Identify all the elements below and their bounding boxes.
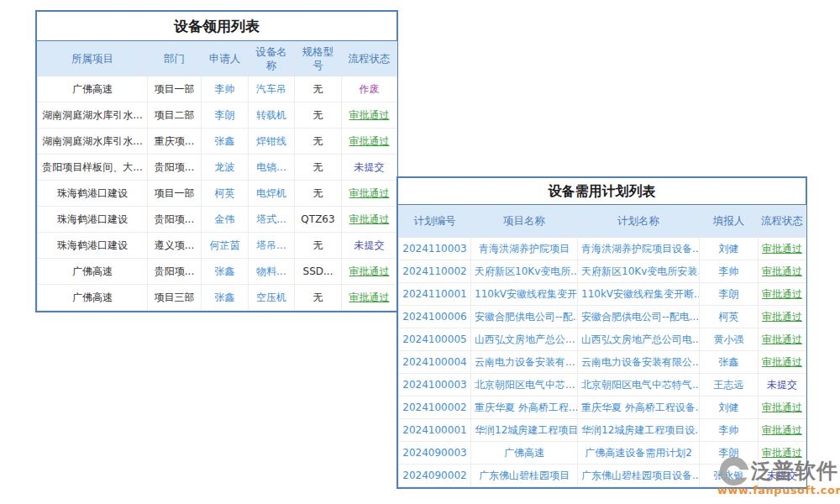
link-cell[interactable]: 重庆华夏 外高桥工程... <box>471 396 578 419</box>
status-cell[interactable]: 未提交 <box>342 155 397 181</box>
link-cell[interactable]: 110kV安徽线程集变开... <box>471 283 578 306</box>
link-cell[interactable]: 何芷茵 <box>202 233 249 259</box>
link-cell[interactable]: 塔式... <box>249 207 295 233</box>
equipment-demand-plan-table-title: 设备需用计划列表 <box>398 178 806 205</box>
status-cell[interactable]: 审批通过 <box>759 306 806 328</box>
status-cell[interactable]: 未提交 <box>759 374 806 396</box>
link-cell[interactable]: 2024100001 <box>399 419 471 442</box>
link-cell[interactable]: 110kV安徽线程集变开断... <box>578 283 700 306</box>
status-cell[interactable]: 审批通过 <box>342 207 397 233</box>
link-cell[interactable]: 张鑫 <box>202 259 249 285</box>
status-cell[interactable]: 审批通过 <box>759 419 806 442</box>
status-cell[interactable]: 审批通过 <box>342 129 397 155</box>
link-cell[interactable]: 天府新区10Kv变电所... <box>471 260 578 283</box>
link-cell[interactable]: 青海洪湖养护院项目 <box>471 238 578 260</box>
link-cell[interactable]: 龙波 <box>202 155 249 181</box>
status-cell[interactable]: 审批通过 <box>342 259 397 285</box>
text-cell: 无 <box>295 181 342 207</box>
link-cell[interactable]: 电焊机 <box>249 181 295 207</box>
link-cell[interactable]: 王志远 <box>700 374 759 396</box>
link-cell[interactable]: 李朗 <box>700 283 759 306</box>
link-cell[interactable]: 2024100006 <box>399 306 471 328</box>
link-cell[interactable]: 2024100005 <box>399 328 471 351</box>
status-cell[interactable]: 审批通过 <box>759 396 806 419</box>
link-cell[interactable]: 北京朝阳区电气中芯... <box>471 374 578 396</box>
link-cell[interactable]: 张鑫 <box>202 285 249 311</box>
fanpu-watermark: 泛普软件 www.fanpusoft.com <box>717 454 840 496</box>
text-cell: 贵阳项目样板间、大... <box>38 155 148 181</box>
link-cell[interactable]: 物料... <box>249 259 295 285</box>
table-row: 2024100004云南电力设备安装有...云南电力设备安装有限公...张鑫审批… <box>399 351 806 374</box>
link-cell[interactable]: 柯英 <box>202 181 249 207</box>
link-cell[interactable]: 重庆华夏 外高桥工程设备... <box>578 396 700 419</box>
table-row: 湖南洞庭湖水库引水...重庆项...张鑫焊钳线无审批通过 <box>38 129 397 155</box>
link-cell[interactable]: 焊钳线 <box>249 129 295 155</box>
link-cell[interactable]: 华润12城房建工程项目设... <box>578 419 700 442</box>
table-row: 广佛高速项目一部李帅汽车吊无作废 <box>38 76 397 102</box>
status-cell[interactable]: 审批通过 <box>759 238 806 260</box>
table-row: 湖南洞庭湖水库引水...项目二部李朗转载机无审批通过 <box>38 102 397 129</box>
link-cell[interactable]: 汽车吊 <box>249 76 295 102</box>
link-cell[interactable]: 安徽合肥供电公司--配... <box>471 306 578 328</box>
link-cell[interactable]: 云南电力设备安装有... <box>471 351 578 374</box>
status-cell[interactable]: 审批通过 <box>759 260 806 283</box>
link-cell[interactable]: 张鑫 <box>202 129 249 155</box>
status-cell[interactable]: 未提交 <box>342 233 397 259</box>
link-cell[interactable]: 安徽合肥供电公司--配电... <box>578 306 700 328</box>
status-cell[interactable]: 审批通过 <box>759 328 806 351</box>
link-cell[interactable]: 李帅 <box>700 419 759 442</box>
link-cell[interactable]: 转载机 <box>249 102 295 129</box>
link-cell[interactable]: 空压机 <box>249 285 295 311</box>
status-cell[interactable]: 作废 <box>342 76 397 102</box>
column-header: 所属项目 <box>38 42 148 76</box>
link-cell[interactable]: 李帅 <box>202 76 249 102</box>
header-row: 所属项目部门申请人设备名称规格型号流程状态 <box>38 42 397 76</box>
link-cell[interactable]: 2024090002 <box>399 465 471 487</box>
link-cell[interactable]: 刘健 <box>700 238 759 260</box>
link-cell[interactable]: 李朗 <box>202 102 249 129</box>
link-cell[interactable]: 山西弘文房地产总公司电... <box>578 328 700 351</box>
link-cell[interactable]: 广东佛山碧桂园项目 <box>471 465 578 487</box>
table-row: 2024100001华润12城房建工程项目华润12城房建工程项目设...李帅审批… <box>399 419 806 442</box>
link-cell[interactable]: 金伟 <box>202 207 249 233</box>
link-cell[interactable]: 柯英 <box>700 306 759 328</box>
text-cell: 项目三部 <box>148 285 202 311</box>
text-cell: QTZ63 <box>295 207 342 233</box>
link-cell[interactable]: 广佛高速设备需用计划2 <box>578 442 700 465</box>
text-cell: 珠海鹤港口建设 <box>38 181 148 207</box>
table-header: 计划编号项目名称计划名称填报人流程状态 <box>399 206 806 238</box>
link-cell[interactable]: 广东佛山碧桂园项目设备... <box>578 465 700 487</box>
equipment-requisition-table-card: 设备领用列表 所属项目部门申请人设备名称规格型号流程状态 广佛高速项目一部李帅汽… <box>35 10 398 312</box>
link-cell[interactable]: 刘健 <box>700 396 759 419</box>
link-cell[interactable]: 北京朝阳区电气中芯特气... <box>578 374 700 396</box>
link-cell[interactable]: 2024110001 <box>399 283 471 306</box>
text-cell: 项目一部 <box>148 76 202 102</box>
table-row: 2024110001110kV安徽线程集变开...110kV安徽线程集变开断..… <box>399 283 806 306</box>
link-cell[interactable]: 2024100004 <box>399 351 471 374</box>
link-cell[interactable]: 广佛高速 <box>471 442 578 465</box>
link-cell[interactable]: 电镐... <box>249 155 295 181</box>
link-cell[interactable]: 塔吊... <box>249 233 295 259</box>
link-cell[interactable]: 华润12城房建工程项目 <box>471 419 578 442</box>
table-row: 2024100005山西弘文房地产总公...山西弘文房地产总公司电...黄小强审… <box>399 328 806 351</box>
text-cell: 湖南洞庭湖水库引水... <box>38 102 148 129</box>
status-cell[interactable]: 审批通过 <box>342 285 397 311</box>
table-body: 2024110003青海洪湖养护院项目青海洪湖养护院项目设备...刘健审批通过2… <box>399 238 806 487</box>
link-cell[interactable]: 2024100002 <box>399 396 471 419</box>
link-cell[interactable]: 2024110003 <box>399 238 471 260</box>
status-cell[interactable]: 审批通过 <box>759 283 806 306</box>
link-cell[interactable]: 山西弘文房地产总公... <box>471 328 578 351</box>
link-cell[interactable]: 天府新区10Kv变电所安装... <box>578 260 700 283</box>
status-cell[interactable]: 审批通过 <box>342 181 397 207</box>
link-cell[interactable]: 张鑫 <box>700 351 759 374</box>
link-cell[interactable]: 2024090003 <box>399 442 471 465</box>
status-cell[interactable]: 审批通过 <box>342 102 397 129</box>
status-cell[interactable]: 审批通过 <box>759 351 806 374</box>
equipment-demand-plan-table: 计划编号项目名称计划名称填报人流程状态 2024110003青海洪湖养护院项目青… <box>398 205 806 487</box>
link-cell[interactable]: 2024110002 <box>399 260 471 283</box>
link-cell[interactable]: 青海洪湖养护院项目设备... <box>578 238 700 260</box>
link-cell[interactable]: 2024100003 <box>399 374 471 396</box>
link-cell[interactable]: 李帅 <box>700 260 759 283</box>
link-cell[interactable]: 云南电力设备安装有限公... <box>578 351 700 374</box>
link-cell[interactable]: 黄小强 <box>700 328 759 351</box>
